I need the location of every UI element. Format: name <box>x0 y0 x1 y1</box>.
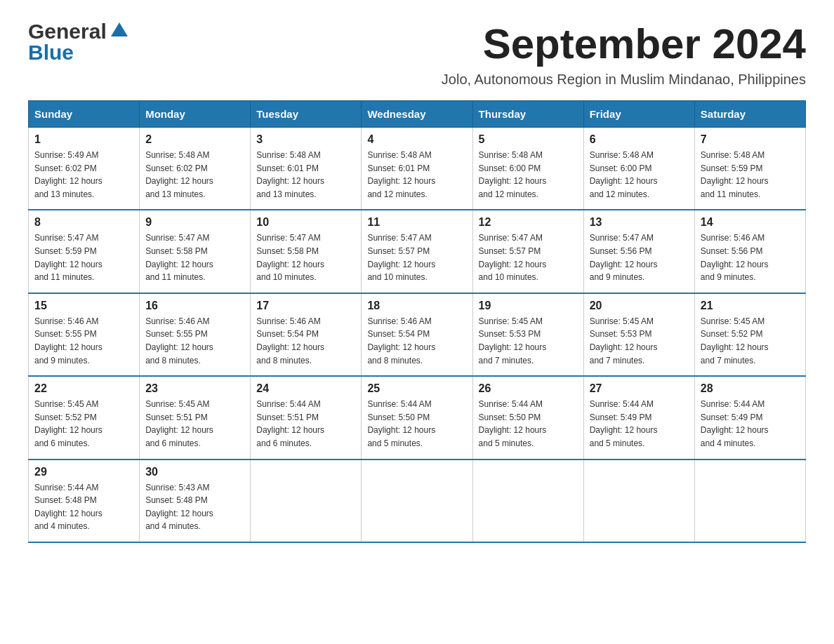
day-info: Sunrise: 5:47 AMSunset: 5:56 PMDaylight:… <box>590 232 689 283</box>
day-info: Sunrise: 5:44 AMSunset: 5:48 PMDaylight:… <box>34 481 133 533</box>
calendar-week-row: 29Sunrise: 5:44 AMSunset: 5:48 PMDayligh… <box>29 459 806 542</box>
weekday-header-sunday: Sunday <box>29 101 140 128</box>
calendar-cell: 8Sunrise: 5:47 AMSunset: 5:59 PMDaylight… <box>29 210 140 293</box>
calendar-cell: 6Sunrise: 5:48 AMSunset: 6:00 PMDaylight… <box>583 128 694 210</box>
day-info: Sunrise: 5:44 AMSunset: 5:50 PMDaylight:… <box>479 398 578 450</box>
calendar-cell: 18Sunrise: 5:46 AMSunset: 5:54 PMDayligh… <box>362 293 472 376</box>
day-number: 3 <box>256 133 355 146</box>
day-info: Sunrise: 5:47 AMSunset: 5:57 PMDaylight:… <box>479 232 578 283</box>
day-info: Sunrise: 5:45 AMSunset: 5:52 PMDaylight:… <box>701 315 800 367</box>
day-info: Sunrise: 5:49 AMSunset: 6:02 PMDaylight:… <box>34 149 133 201</box>
day-info: Sunrise: 5:47 AMSunset: 5:58 PMDaylight:… <box>256 232 355 283</box>
day-number: 27 <box>590 382 689 395</box>
calendar-cell: 2Sunrise: 5:48 AMSunset: 6:02 PMDaylight… <box>140 128 251 210</box>
day-info: Sunrise: 5:44 AMSunset: 5:49 PMDaylight:… <box>701 398 800 450</box>
day-info: Sunrise: 5:46 AMSunset: 5:55 PMDaylight:… <box>34 315 133 367</box>
day-number: 12 <box>479 216 578 229</box>
calendar-cell: 21Sunrise: 5:45 AMSunset: 5:52 PMDayligh… <box>694 293 805 376</box>
calendar-cell <box>251 459 362 542</box>
day-number: 23 <box>145 382 244 395</box>
logo-triangle-icon <box>110 20 129 39</box>
day-info: Sunrise: 5:45 AMSunset: 5:52 PMDaylight:… <box>34 398 133 450</box>
logo-blue-text: Blue <box>28 42 129 63</box>
day-number: 8 <box>34 216 133 229</box>
day-number: 1 <box>34 133 133 146</box>
day-info: Sunrise: 5:45 AMSunset: 5:51 PMDaylight:… <box>145 398 244 450</box>
calendar-cell <box>472 459 583 542</box>
calendar-cell: 13Sunrise: 5:47 AMSunset: 5:56 PMDayligh… <box>583 210 694 293</box>
day-number: 22 <box>34 382 133 395</box>
svg-marker-0 <box>111 22 128 36</box>
calendar-cell: 12Sunrise: 5:47 AMSunset: 5:57 PMDayligh… <box>472 210 583 293</box>
calendar-cell: 14Sunrise: 5:46 AMSunset: 5:56 PMDayligh… <box>694 210 805 293</box>
calendar-cell: 20Sunrise: 5:45 AMSunset: 5:53 PMDayligh… <box>583 293 694 376</box>
calendar-cell: 16Sunrise: 5:46 AMSunset: 5:55 PMDayligh… <box>140 293 251 376</box>
calendar-cell <box>694 459 805 542</box>
weekday-header-friday: Friday <box>583 101 694 128</box>
calendar-cell: 17Sunrise: 5:46 AMSunset: 5:54 PMDayligh… <box>251 293 362 376</box>
day-number: 15 <box>34 300 133 312</box>
calendar-cell: 25Sunrise: 5:44 AMSunset: 5:50 PMDayligh… <box>362 376 472 459</box>
calendar-cell: 22Sunrise: 5:45 AMSunset: 5:52 PMDayligh… <box>29 376 140 459</box>
day-number: 17 <box>256 300 355 312</box>
day-number: 30 <box>145 466 244 478</box>
calendar-cell <box>583 459 694 542</box>
calendar-cell: 19Sunrise: 5:45 AMSunset: 5:53 PMDayligh… <box>472 293 583 376</box>
day-info: Sunrise: 5:47 AMSunset: 5:57 PMDaylight:… <box>367 232 466 283</box>
day-info: Sunrise: 5:46 AMSunset: 5:54 PMDaylight:… <box>367 315 466 367</box>
day-info: Sunrise: 5:48 AMSunset: 6:00 PMDaylight:… <box>590 149 689 201</box>
day-number: 14 <box>701 216 800 229</box>
day-number: 10 <box>256 216 355 229</box>
calendar-cell: 28Sunrise: 5:44 AMSunset: 5:49 PMDayligh… <box>694 376 805 459</box>
calendar-cell: 7Sunrise: 5:48 AMSunset: 5:59 PMDaylight… <box>694 128 805 210</box>
day-number: 2 <box>145 133 244 146</box>
calendar-week-row: 22Sunrise: 5:45 AMSunset: 5:52 PMDayligh… <box>29 376 806 459</box>
calendar-cell: 3Sunrise: 5:48 AMSunset: 6:01 PMDaylight… <box>251 128 362 210</box>
day-info: Sunrise: 5:45 AMSunset: 5:53 PMDaylight:… <box>590 315 689 367</box>
calendar-header: SundayMondayTuesdayWednesdayThursdayFrid… <box>29 101 806 128</box>
title-area: September 2024 Jolo, Autonomous Region i… <box>442 21 806 88</box>
calendar-cell: 15Sunrise: 5:46 AMSunset: 5:55 PMDayligh… <box>29 293 140 376</box>
calendar-cell: 23Sunrise: 5:45 AMSunset: 5:51 PMDayligh… <box>140 376 251 459</box>
month-title: September 2024 <box>442 21 806 67</box>
day-info: Sunrise: 5:46 AMSunset: 5:54 PMDaylight:… <box>256 315 355 367</box>
calendar-cell: 26Sunrise: 5:44 AMSunset: 5:50 PMDayligh… <box>472 376 583 459</box>
logo: General Blue <box>28 21 129 63</box>
day-number: 5 <box>479 133 578 146</box>
day-info: Sunrise: 5:43 AMSunset: 5:48 PMDaylight:… <box>145 481 244 533</box>
calendar-week-row: 1Sunrise: 5:49 AMSunset: 6:02 PMDaylight… <box>29 128 806 210</box>
calendar-cell: 30Sunrise: 5:43 AMSunset: 5:48 PMDayligh… <box>140 459 251 542</box>
calendar-cell <box>362 459 472 542</box>
day-info: Sunrise: 5:46 AMSunset: 5:56 PMDaylight:… <box>701 232 800 283</box>
day-info: Sunrise: 5:46 AMSunset: 5:55 PMDaylight:… <box>145 315 244 367</box>
calendar-cell: 11Sunrise: 5:47 AMSunset: 5:57 PMDayligh… <box>362 210 472 293</box>
weekday-header-saturday: Saturday <box>694 101 805 128</box>
day-number: 9 <box>145 216 244 229</box>
day-number: 4 <box>367 133 466 146</box>
header: General Blue September 2024 Jolo, Autono… <box>28 21 806 88</box>
day-number: 28 <box>701 382 800 395</box>
day-number: 25 <box>367 382 466 395</box>
day-number: 13 <box>590 216 689 229</box>
calendar-cell: 9Sunrise: 5:47 AMSunset: 5:58 PMDaylight… <box>140 210 251 293</box>
day-number: 26 <box>479 382 578 395</box>
calendar-cell: 5Sunrise: 5:48 AMSunset: 6:00 PMDaylight… <box>472 128 583 210</box>
weekday-header-tuesday: Tuesday <box>251 101 362 128</box>
day-info: Sunrise: 5:48 AMSunset: 6:00 PMDaylight:… <box>479 149 578 201</box>
calendar-cell: 27Sunrise: 5:44 AMSunset: 5:49 PMDayligh… <box>583 376 694 459</box>
day-number: 24 <box>256 382 355 395</box>
weekday-header-monday: Monday <box>140 101 251 128</box>
calendar-table: SundayMondayTuesdayWednesdayThursdayFrid… <box>28 100 806 543</box>
logo-general-text: General <box>28 21 107 42</box>
weekday-header-row: SundayMondayTuesdayWednesdayThursdayFrid… <box>29 101 806 128</box>
day-number: 16 <box>145 300 244 312</box>
day-info: Sunrise: 5:44 AMSunset: 5:49 PMDaylight:… <box>590 398 689 450</box>
day-info: Sunrise: 5:44 AMSunset: 5:50 PMDaylight:… <box>367 398 466 450</box>
calendar-body: 1Sunrise: 5:49 AMSunset: 6:02 PMDaylight… <box>29 128 806 542</box>
day-number: 7 <box>701 133 800 146</box>
day-info: Sunrise: 5:48 AMSunset: 6:02 PMDaylight:… <box>145 149 244 201</box>
day-number: 29 <box>34 466 133 478</box>
day-info: Sunrise: 5:48 AMSunset: 6:01 PMDaylight:… <box>256 149 355 201</box>
day-number: 20 <box>590 300 689 312</box>
calendar-cell: 1Sunrise: 5:49 AMSunset: 6:02 PMDaylight… <box>29 128 140 210</box>
